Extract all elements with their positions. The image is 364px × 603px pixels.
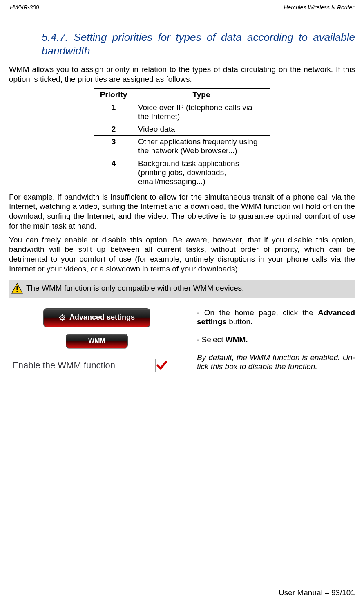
cell-type: Video data [133,123,270,135]
page-footer: User Manual – 93/101 [279,588,355,597]
advanced-settings-button[interactable]: Advanced settings [43,308,150,327]
advanced-settings-label: Advanced settings [69,313,135,322]
svg-line-11 [60,319,60,320]
cell-priority: 3 [94,135,133,157]
wmm-button[interactable]: WMM [66,334,128,348]
step-two-prefix: - Select [197,335,226,344]
cell-priority: 4 [94,157,133,188]
table-row: 4 Background task applications (printing… [94,157,270,188]
th-type: Type [133,88,270,101]
enable-wmm-checkbox[interactable] [155,359,168,372]
enable-wmm-label: Enable the WMM function [12,360,115,371]
svg-line-10 [63,319,64,320]
callout-box: The WMM function is only compatible with… [9,280,355,298]
callout-text: The WMM function is only compatible with… [26,284,244,293]
cell-type: Background task applications (printing j… [133,157,270,188]
example-paragraph: For example, if bandwidth is insufficien… [9,192,355,231]
enable-wmm-row: Enable the WMM function [9,357,185,374]
svg-rect-2 [17,291,18,292]
warning-icon [11,283,23,294]
svg-rect-1 [17,286,18,290]
priority-table: Priority Type 1 Voice over IP (telephone… [94,88,270,188]
step-two-bold: WMM. [226,335,248,344]
table-row: 3 Other applications frequently using th… [94,135,270,157]
svg-line-9 [60,315,60,316]
header-left: HWNR-300 [10,4,39,11]
cell-type: Voice over IP (telephone calls via the I… [133,101,270,123]
step-three: By default, the WMM function is enabled.… [197,353,355,371]
section-title: 5.4.7. Setting priorities for types of d… [42,31,355,57]
cell-priority: 2 [94,123,133,135]
svg-line-12 [63,315,64,316]
gear-icon [59,314,65,321]
header-right: Hercules Wireless N Router [284,4,354,11]
th-priority: Priority [94,88,133,101]
step-one-suffix: button. [227,317,252,326]
step-one: - On the home page, click the Advanced s… [197,308,355,326]
intro-paragraph: WMM allows you to assign priority in rel… [9,65,355,84]
cell-type: Other applications frequently using the … [133,135,270,157]
footer-rule [9,585,355,585]
cell-priority: 1 [94,101,133,123]
step-one-prefix: - On the home page, click the [197,308,318,317]
page-header: HWNR-300 Hercules Wireless N Router [9,4,355,13]
disable-paragraph: You can freely enable or disable this op… [9,235,355,274]
table-row: 2 Video data [94,123,270,135]
wmm-button-label: WMM [88,337,105,345]
step-two: - Select WMM. [197,335,355,344]
svg-point-4 [61,317,63,318]
table-row: 1 Voice over IP (telephone calls via the… [94,101,270,123]
